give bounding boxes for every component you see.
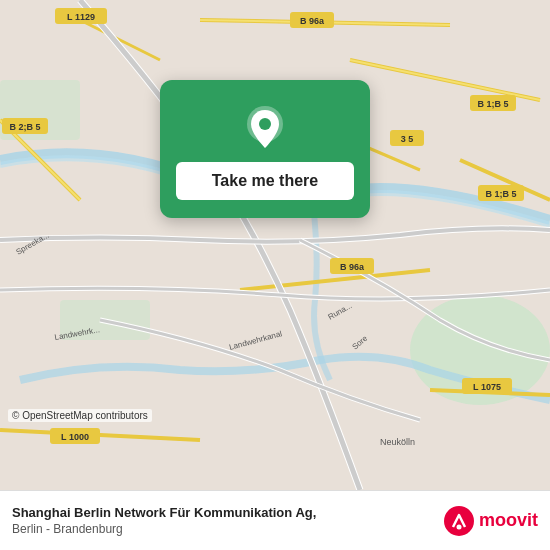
take-me-there-button[interactable]: Take me there <box>176 162 354 200</box>
svg-text:B 2;B 5: B 2;B 5 <box>9 122 40 132</box>
location-card: Take me there <box>160 80 370 218</box>
svg-text:B 1;B 5: B 1;B 5 <box>477 99 508 109</box>
location-pin-icon <box>241 104 289 152</box>
map-container: L 1129 B 96a B 2;B 5 B 1;B 5 3 5 B 1;B 5… <box>0 0 550 490</box>
bottom-bar: Shanghai Berlin Network Für Kommunikatio… <box>0 490 550 550</box>
svg-point-42 <box>444 506 474 536</box>
moovit-text: moovit <box>479 510 538 531</box>
svg-text:B 96a: B 96a <box>340 262 365 272</box>
svg-text:Neukölln: Neukölln <box>380 437 415 447</box>
svg-point-41 <box>259 118 271 130</box>
svg-text:L 1129: L 1129 <box>67 12 95 22</box>
company-name: Shanghai Berlin Network Für Kommunikatio… <box>12 505 316 522</box>
company-location: Berlin - Brandenburg <box>12 522 316 536</box>
svg-point-43 <box>456 524 461 529</box>
svg-text:3 5: 3 5 <box>401 134 414 144</box>
moovit-icon <box>443 505 475 537</box>
company-info: Shanghai Berlin Network Für Kommunikatio… <box>12 505 316 536</box>
svg-text:L 1000: L 1000 <box>61 432 89 442</box>
svg-text:B 96a: B 96a <box>300 16 325 26</box>
osm-attribution: © OpenStreetMap contributors <box>8 409 152 422</box>
svg-text:L 1075: L 1075 <box>473 382 501 392</box>
svg-text:B 1;B 5: B 1;B 5 <box>485 189 516 199</box>
moovit-logo: moovit <box>443 505 538 537</box>
